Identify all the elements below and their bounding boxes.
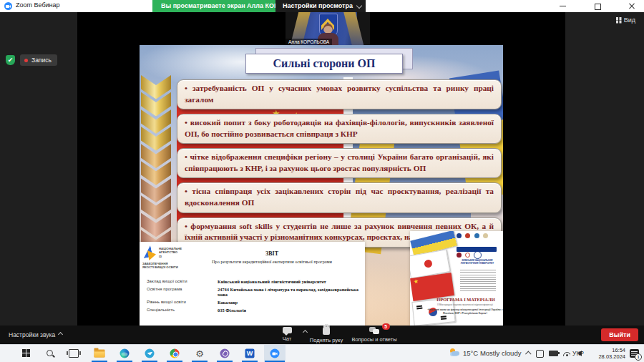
battery-icon[interactable] bbox=[549, 351, 558, 356]
organizers-text-lines bbox=[457, 268, 499, 291]
qa-label: Вопросы и ответы bbox=[346, 336, 402, 343]
action-center-button[interactable]: 1 bbox=[630, 349, 639, 358]
close-button[interactable] bbox=[620, 0, 644, 12]
bullet-row: високий попит з боку роботодавців на фах… bbox=[141, 114, 502, 144]
raise-hand-button[interactable]: Поднять руку bbox=[308, 327, 345, 343]
bullet-row: затребуваність ОП у сучасних умовах розв… bbox=[141, 79, 502, 109]
view-settings-label: Настройки просмотра bbox=[283, 2, 353, 9]
chevron-up-icon bbox=[303, 330, 308, 335]
word-icon bbox=[245, 349, 255, 358]
partner-logo-icon bbox=[457, 233, 462, 238]
security-shield-icon[interactable]: ✔ bbox=[6, 55, 15, 65]
taskbar-word[interactable] bbox=[239, 345, 260, 362]
chevron-arrow-icon bbox=[141, 178, 171, 217]
taskbar-telegram[interactable] bbox=[139, 345, 160, 362]
telegram-icon bbox=[145, 349, 155, 358]
report-subtitle: Про результати акредитаційної експертизи… bbox=[184, 259, 360, 264]
tray-app-icon[interactable] bbox=[536, 350, 544, 358]
audio-settings-label: Настройки звука bbox=[9, 331, 55, 338]
wifi-icon[interactable] bbox=[563, 351, 570, 356]
taskbar-settings[interactable]: ⚙ bbox=[189, 345, 210, 362]
chevron-up-icon bbox=[58, 332, 63, 337]
task-view-button[interactable] bbox=[63, 345, 84, 362]
taskbar-viber[interactable] bbox=[214, 345, 235, 362]
hidden-icons-chevron[interactable] bbox=[525, 351, 531, 356]
maximize-button[interactable] bbox=[585, 0, 610, 12]
gear-icon: ⚙ bbox=[195, 349, 204, 358]
bullet-row: тісна співпраця усіх зацікавлених сторін… bbox=[141, 182, 502, 212]
field-value: Бакалавр bbox=[218, 300, 358, 305]
qa-button[interactable]: 5 Вопросы и ответы bbox=[346, 327, 402, 343]
chat-button[interactable]: Чат bbox=[275, 327, 299, 342]
audio-settings-button[interactable]: Настройки звука bbox=[9, 331, 62, 338]
chat-label: Чат bbox=[275, 336, 299, 342]
naqa-logo-icon bbox=[142, 245, 157, 262]
chrome-icon bbox=[170, 349, 180, 358]
report-heading: ЗВІТ Про результати акредитаційної експе… bbox=[184, 250, 360, 264]
chat-icon bbox=[283, 327, 292, 333]
field-label: Спеціальність bbox=[147, 308, 215, 313]
window-title: Zoom Вебинар bbox=[16, 1, 60, 9]
recording-indicator: Запись bbox=[20, 54, 57, 66]
speaker-head bbox=[323, 24, 333, 34]
taskbar-file-explorer[interactable] bbox=[89, 345, 110, 362]
raise-hand-label: Поднять руку bbox=[308, 337, 345, 343]
start-button[interactable] bbox=[16, 345, 37, 362]
naqa-agency-block: НАЦІОНАЛЬНЕ АГЕНТСТВО ІЗ ЗАБЕЗПЕЧЕННЯ ЯК… bbox=[142, 245, 184, 270]
bullet-row: чітке відображення специфіки регіону – у… bbox=[141, 148, 502, 178]
leave-button[interactable]: Выйти bbox=[601, 328, 638, 341]
search-icon bbox=[46, 349, 54, 358]
taskbar-edge[interactable] bbox=[114, 345, 135, 362]
bullet-text: високий попит з боку роботодавців на фах… bbox=[177, 114, 502, 144]
view-button[interactable]: Вид bbox=[616, 16, 635, 24]
bullet-text: тісна співпраця усіх зацікавлених сторін… bbox=[177, 182, 502, 212]
chevron-arrow-icon bbox=[141, 109, 171, 148]
partner-logo-icon bbox=[465, 233, 470, 238]
taskbar-zoom[interactable] bbox=[264, 345, 286, 362]
chevron-arrow-icon bbox=[141, 75, 171, 114]
chat-options-button[interactable] bbox=[299, 327, 308, 336]
search-button[interactable] bbox=[39, 345, 61, 362]
report-fields: Заклад вищої освіти Київський національн… bbox=[147, 279, 358, 313]
window-titlebar: Zoom Вебинар Вы просматриваете экран Алл… bbox=[0, 0, 644, 12]
qa-icon: 5 bbox=[369, 327, 380, 334]
file-explorer-icon bbox=[94, 350, 105, 358]
edge-icon bbox=[120, 349, 130, 358]
clock[interactable]: 16:54 28.03.2024 bbox=[591, 347, 625, 361]
zoom-webinar-window: Вид ✔ Запись Алла КОРОЛЬОВА ★ ★ bbox=[0, 0, 644, 362]
chevron-arrow-icon bbox=[141, 144, 171, 182]
qa-count-badge: 5 bbox=[382, 323, 390, 330]
language-indicator[interactable]: УКР bbox=[572, 345, 584, 362]
program-title: ПРОГРАМА І МАТЕРІАЛИ bbox=[430, 297, 502, 302]
windows-logo-icon bbox=[22, 349, 31, 358]
bullet-text: затребуваність ОП у сучасних умовах розв… bbox=[177, 79, 502, 109]
field-label: Заклад вищої освіти bbox=[147, 279, 215, 284]
weather-icon bbox=[449, 348, 460, 357]
chevron-down-icon bbox=[356, 3, 362, 9]
speaker-name-tag: Алла КОРОЛЬОВА bbox=[286, 39, 332, 45]
partner-logo-icon bbox=[474, 233, 479, 238]
zoom-control-bar: Настройки звука Чат Поднять руку 5 Вопро… bbox=[0, 326, 644, 344]
view-settings-button[interactable]: Настройки просмотра bbox=[275, 0, 366, 12]
weather-temp: 15°C bbox=[463, 349, 478, 357]
speaker-video-thumbnail[interactable]: Алла КОРОЛЬОВА bbox=[286, 12, 370, 45]
field-label: Рівень вищої освіти bbox=[147, 300, 215, 305]
taskbar-chrome[interactable] bbox=[164, 345, 185, 362]
recording-label: Запись bbox=[31, 57, 52, 64]
knlu-university-name: КИЇВСЬКИЙ НАЦІОНАЛЬНИЙ ЛІНГВІСТИЧНИЙ УНІ… bbox=[456, 260, 499, 265]
viber-icon bbox=[220, 349, 230, 358]
raise-hand-icon bbox=[323, 327, 330, 335]
slide-title: Сильні сторони ОП bbox=[245, 54, 403, 74]
task-view-icon bbox=[69, 349, 79, 358]
field-value: Київський національний лінгвістичний уні… bbox=[218, 279, 358, 284]
zoom-app-icon bbox=[4, 2, 12, 10]
knlu-logo-block: КИЇВСЬКИЙ НАЦІОНАЛЬНИЙ ЛІНГВІСТИЧНИЙ УНІ… bbox=[456, 251, 499, 265]
partner-logo-icon bbox=[483, 233, 488, 238]
clock-date: 28.03.2024 bbox=[591, 353, 625, 360]
weather-widget[interactable]: 15°C Mostly cloudy bbox=[449, 345, 521, 362]
program-subtitle: ІІ Міжнародної науково-практичної відеок… bbox=[429, 303, 502, 306]
bullet-text: чітке відображення специфіки регіону – у… bbox=[177, 148, 502, 178]
minimize-button[interactable] bbox=[551, 0, 575, 12]
program-conference-name: «Іноземні мови як фактор міжкультурної і… bbox=[427, 308, 503, 315]
view-button-label: Вид bbox=[624, 16, 635, 24]
